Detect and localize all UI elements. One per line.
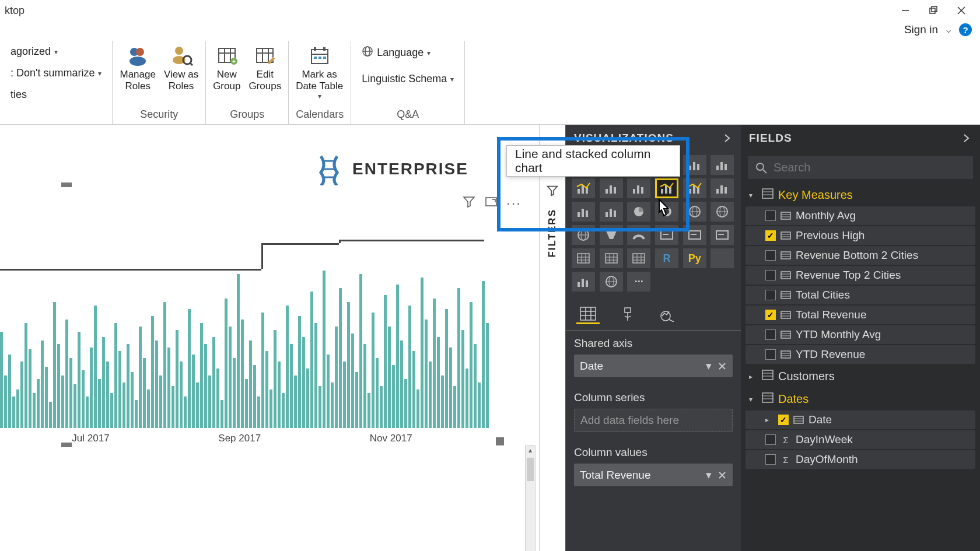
fields-tab[interactable] [576,304,600,324]
chart-bar [57,344,60,428]
viz-card[interactable] [655,225,678,245]
filters-pane-collapsed[interactable]: FILTERS [539,125,566,551]
scroll-up-icon[interactable]: ▴ [526,446,535,457]
chart-visual[interactable]: Jul 2017Sep 2017Nov 2017 [0,218,484,428]
viz-slicer[interactable] [572,248,595,268]
viz-gauge[interactable] [627,225,650,245]
viz-stacked-area[interactable] [627,178,650,198]
viz-arcgis[interactable] [600,272,623,292]
viz-stacked-col[interactable] [655,155,678,175]
filter-icon[interactable] [462,195,476,211]
viz-stacked-bar[interactable] [572,155,595,175]
edit-groups-button[interactable]: Edit Groups [249,43,281,92]
viz-clustered-bar[interactable] [600,155,623,175]
viz-stacked-bar-100[interactable] [627,155,650,175]
field-revenue-bottom-2-cities[interactable]: Revenue Bottom 2 Cities [746,246,975,265]
chart-bar [139,327,142,428]
chart-bar [94,306,97,428]
viz-scatter[interactable] [600,202,623,222]
analytics-tab[interactable] [656,304,679,324]
viz-matrix[interactable] [627,248,650,268]
chevron-down-icon[interactable]: ⌵ [946,25,951,34]
field-well-total-revenue[interactable]: Total Revenue ▾ [574,464,733,486]
categorize-dropdown[interactable]: agorized▾ [7,43,61,60]
viz-r-visual[interactable]: R [655,248,678,268]
table-dates[interactable]: ▾Dates [746,388,975,410]
new-group-button[interactable]: + New Group [213,43,240,92]
table-customers[interactable]: ▸Customers [746,365,975,388]
field-ytd-revenue[interactable]: YTD Revenue [746,345,975,364]
remove-field-icon[interactable] [718,362,727,371]
field-well-placeholder[interactable]: Add data fields here [574,409,733,432]
mark-date-table-button[interactable]: Mark as Date Table▾ [296,43,343,101]
viz-line-clustered-col[interactable] [683,178,706,198]
viz-line[interactable] [572,178,595,198]
language-dropdown[interactable]: Language▾ [358,43,434,62]
field-ytd-monthly-avg[interactable]: YTD Monthly Avg [746,325,975,344]
field-revenue-top-2-cities[interactable]: Revenue Top 2 Cities [746,266,975,285]
viz-funnel[interactable] [600,225,623,245]
resize-handle-corner[interactable] [496,437,504,445]
fields-pane-header[interactable]: FIELDS [741,125,980,152]
viz-clustered-col[interactable] [683,155,706,175]
chevron-down-icon[interactable]: ▾ [706,468,712,482]
viz-pane-header[interactable]: VISUALIZATIONS [566,125,741,152]
viz-multi-card[interactable] [683,225,706,245]
well-column-series: Column series Add data fields here [566,385,741,440]
chart-bar [323,271,326,428]
field-monthly-avg[interactable]: Monthly Avg [746,206,975,225]
viz-line-stacked-col[interactable] [655,178,678,198]
table-key-measures[interactable]: ▾Key Measures [746,184,975,206]
field-previous-high[interactable]: ✓Previous High [746,226,975,245]
viz-map[interactable] [710,202,734,222]
report-canvas[interactable]: ENTERPRISE ··· Jul 2017Sep 2017Nov 2017 … [0,125,539,551]
viz-pie[interactable] [627,202,650,222]
focus-mode-icon[interactable] [484,195,498,211]
viz-kpi[interactable] [710,225,734,245]
chart-bar [453,386,456,428]
viz-more[interactable]: ··· [627,272,650,292]
remove-field-icon[interactable] [718,471,727,480]
svg-rect-63 [641,187,643,194]
svg-rect-44 [637,162,639,170]
more-options-icon[interactable]: ··· [506,195,522,211]
svg-rect-43 [633,166,635,170]
scroll-thumb[interactable] [527,458,534,481]
viz-filled-map[interactable] [572,225,595,245]
viz-area[interactable] [600,178,623,198]
canvas-scrollbar[interactable]: ▴ [525,445,536,551]
close-button[interactable] [956,5,967,16]
field-well-date[interactable]: Date ▾ [574,355,733,377]
viz-stacked-col-100[interactable] [710,155,734,175]
field-date[interactable]: ▸✓Date [746,410,975,429]
viz-table[interactable] [600,248,623,268]
viz-treemap[interactable] [683,202,706,222]
minimize-button[interactable] [900,5,911,16]
chevron-down-icon[interactable]: ▾ [706,359,712,373]
viz-waterfall[interactable] [572,202,595,222]
field-total-cities[interactable]: Total Cities [746,286,975,304]
maximize-button[interactable] [928,5,939,16]
format-tab[interactable] [616,304,639,324]
viz-ribbon[interactable] [710,178,734,198]
resize-handle-top[interactable] [61,183,72,187]
field-total-revenue[interactable]: ✓Total Revenue [746,306,975,324]
logo-text: ENTERPRISE [352,160,468,178]
field-dayofmonth[interactable]: ΣDayOfMonth [746,450,975,469]
help-icon[interactable]: ? [959,23,972,36]
resize-handle-bottom[interactable] [61,443,72,447]
linguistic-schema-dropdown[interactable]: Linguistic Schema▾ [358,71,457,87]
properties-dropdown[interactable]: ties [7,86,30,103]
chart-bar [441,375,444,428]
manage-roles-button[interactable]: Manage Roles [120,43,155,92]
view-as-roles-button[interactable]: View as Roles [164,43,198,92]
summarize-dropdown[interactable]: : Don't summarize▾ [7,65,105,82]
search-input[interactable] [774,161,966,174]
fields-search[interactable] [748,156,973,179]
signin-link[interactable]: Sign in [904,23,938,36]
svg-rect-25 [314,47,316,51]
viz-py-visual[interactable]: Py [683,248,706,268]
viz-custom[interactable] [572,272,595,292]
field-dayinweek[interactable]: ΣDayInWeek [746,430,975,449]
viz-donut[interactable] [655,202,678,222]
